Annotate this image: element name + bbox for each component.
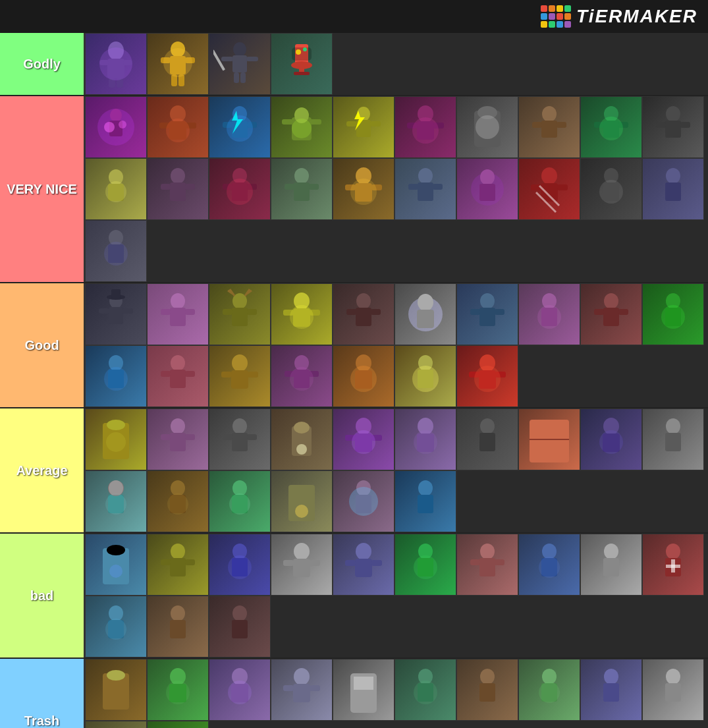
tier-cell[interactable] (642, 659, 704, 721)
tier-cell[interactable] (518, 659, 580, 721)
tier-cell[interactable] (333, 408, 395, 470)
tier-cell[interactable] (147, 33, 209, 95)
tier-cell[interactable] (456, 283, 518, 345)
tier-cell[interactable] (642, 408, 704, 470)
tier-cell[interactable] (147, 659, 209, 721)
svg-rect-289 (479, 683, 495, 702)
tier-cell[interactable] (456, 534, 518, 596)
tier-cell[interactable] (395, 158, 456, 220)
tier-cell[interactable] (580, 96, 642, 158)
logo-dot (541, 21, 547, 28)
tier-cell[interactable] (518, 534, 580, 596)
tier-cell[interactable] (456, 96, 518, 158)
tier-cell[interactable] (395, 659, 456, 721)
tier-cell[interactable] (147, 470, 209, 532)
tier-cell[interactable] (85, 33, 147, 95)
tier-cell[interactable] (395, 534, 456, 596)
svg-point-94 (418, 168, 433, 184)
tier-cell[interactable] (642, 158, 704, 220)
tier-cell[interactable] (518, 96, 580, 158)
tier-cell[interactable] (85, 659, 147, 721)
tier-cell[interactable] (271, 33, 333, 95)
tier-cell[interactable] (580, 158, 642, 220)
logo-dot (564, 13, 571, 20)
tier-cell[interactable] (147, 721, 209, 728)
tier-cell[interactable] (333, 534, 395, 596)
tier-cell[interactable] (642, 283, 704, 345)
svg-rect-140 (417, 310, 434, 328)
tier-cell[interactable] (580, 534, 642, 596)
tier-cell[interactable] (85, 534, 147, 596)
tier-cell[interactable] (209, 534, 271, 596)
tier-cell[interactable] (209, 470, 271, 532)
tier-cell[interactable] (271, 158, 333, 220)
tier-cell[interactable] (147, 345, 209, 407)
tier-cell[interactable] (209, 96, 271, 158)
tier-cell[interactable] (518, 283, 580, 345)
tier-cell[interactable] (271, 408, 333, 470)
tier-cell[interactable] (271, 534, 333, 596)
tier-cell[interactable] (395, 96, 456, 158)
tier-cell[interactable] (395, 345, 456, 407)
tier-cell[interactable] (395, 283, 456, 345)
tier-cell[interactable] (85, 408, 147, 470)
tier-cell[interactable] (333, 659, 395, 721)
svg-point-29 (110, 109, 122, 122)
tier-cell[interactable] (518, 408, 580, 470)
tier-cell[interactable] (85, 96, 147, 158)
tier-row-trash: Trash (0, 659, 708, 728)
tier-cell[interactable] (456, 408, 518, 470)
tier-cell[interactable] (395, 470, 456, 532)
svg-rect-241 (293, 559, 310, 577)
tier-cell[interactable] (85, 220, 147, 282)
tier-cell[interactable] (333, 283, 395, 345)
tier-cell[interactable] (456, 345, 518, 407)
svg-point-121 (171, 293, 185, 309)
tier-cell[interactable] (85, 345, 147, 407)
tier-cell[interactable] (580, 408, 642, 470)
tier-content-average (84, 408, 708, 532)
tier-cell[interactable] (333, 96, 395, 158)
tier-cell[interactable] (395, 408, 456, 470)
tier-cell[interactable] (209, 345, 271, 407)
tier-cell[interactable] (580, 659, 642, 721)
tier-cell[interactable] (147, 158, 209, 220)
tier-cell[interactable] (147, 96, 209, 158)
tier-cell[interactable] (271, 659, 333, 721)
tier-cell[interactable] (209, 158, 271, 220)
tier-cell[interactable] (456, 659, 518, 721)
tier-cell[interactable] (85, 721, 147, 728)
tier-cell[interactable] (580, 283, 642, 345)
tier-cell[interactable] (85, 596, 147, 658)
svg-point-216 (108, 480, 124, 496)
tier-cell[interactable] (271, 283, 333, 345)
tier-cell[interactable] (271, 470, 333, 532)
tier-cell[interactable] (147, 283, 209, 345)
svg-point-215 (105, 493, 126, 515)
tier-cell[interactable] (333, 158, 395, 220)
svg-rect-259 (603, 558, 619, 576)
tier-cell[interactable] (147, 534, 209, 596)
tier-cell[interactable] (209, 596, 271, 658)
tier-cell[interactable] (209, 659, 271, 721)
tier-cell[interactable] (147, 408, 209, 470)
tier-cell[interactable] (333, 345, 395, 407)
tier-cell[interactable] (85, 158, 147, 220)
tier-cell[interactable] (85, 283, 147, 345)
svg-point-133 (290, 305, 313, 329)
tier-cell[interactable] (85, 470, 147, 532)
svg-rect-270 (232, 620, 248, 638)
tier-cell[interactable] (147, 596, 209, 658)
tier-cell[interactable] (333, 470, 395, 532)
tier-cell[interactable] (518, 158, 580, 220)
tier-cell[interactable] (271, 345, 333, 407)
svg-rect-15 (232, 55, 247, 72)
tier-cell[interactable] (209, 283, 271, 345)
tier-cell[interactable] (456, 158, 518, 220)
svg-rect-187 (161, 434, 171, 440)
tier-cell[interactable] (642, 534, 704, 596)
tier-cell[interactable] (209, 408, 271, 470)
tier-cell[interactable] (642, 96, 704, 158)
tier-cell[interactable] (209, 33, 271, 95)
tier-cell[interactable] (271, 96, 333, 158)
